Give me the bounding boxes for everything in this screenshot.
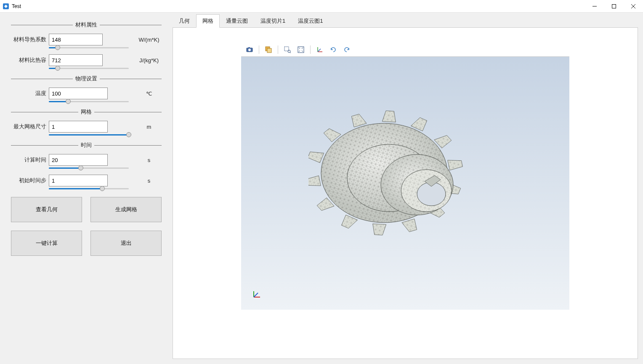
- slider-temperature[interactable]: [49, 101, 129, 102]
- group-title-material: 材料属性: [73, 21, 100, 29]
- unit-max-mesh-size: m: [136, 124, 162, 130]
- compute-button[interactable]: 一键计算: [11, 231, 82, 256]
- svg-rect-10: [284, 47, 289, 51]
- tab-mesh[interactable]: 网格: [196, 14, 220, 28]
- group-title-time: 时间: [78, 141, 94, 149]
- unit-temperature: ℃: [136, 90, 162, 97]
- view-geometry-button[interactable]: 查看几何: [11, 197, 82, 222]
- svg-point-6: [248, 48, 251, 51]
- slider-initial-step[interactable]: [49, 188, 129, 189]
- label-temperature: 温度: [11, 90, 49, 97]
- group-time: 时间 计算时间 s 初始时间步 s: [5, 141, 167, 189]
- svg-rect-9: [267, 48, 271, 53]
- tab-geometry[interactable]: 几何: [173, 14, 196, 28]
- unit-specific-heat: J/(kg*K): [136, 57, 162, 64]
- group-title-mesh: 网格: [78, 108, 94, 116]
- zoom-box-icon[interactable]: [282, 44, 293, 55]
- settings-sidebar: 材料属性 材料导热系数 W/(m*K) 材料比热容 J/(kg*K) 物理设置 …: [0, 13, 173, 364]
- viewport-toolbar: [241, 43, 569, 57]
- main-pane: 几何 网格 通量云图 温度切片1 温度云图1: [173, 13, 643, 364]
- axes-icon[interactable]: [314, 44, 326, 55]
- unit-thermal-conductivity: W/(m*K): [136, 37, 162, 43]
- label-specific-heat: 材料比热容: [11, 56, 49, 64]
- svg-line-16: [318, 49, 321, 52]
- input-thermal-conductivity[interactable]: [49, 34, 103, 45]
- camera-icon[interactable]: [244, 44, 255, 55]
- unit-compute-time: s: [136, 157, 162, 163]
- svg-line-12: [290, 52, 291, 53]
- close-button[interactable]: [624, 0, 643, 13]
- input-compute-time[interactable]: [49, 154, 108, 166]
- input-max-mesh-size[interactable]: [49, 121, 108, 133]
- group-physics: 物理设置 温度 ℃: [5, 75, 167, 102]
- tab-flux[interactable]: 通量云图: [220, 14, 254, 28]
- input-specific-heat[interactable]: [49, 54, 103, 66]
- exit-button[interactable]: 退出: [90, 231, 162, 256]
- svg-rect-2: [612, 4, 616, 8]
- fit-view-icon[interactable]: [295, 44, 307, 55]
- viewport-3d[interactable]: [241, 43, 569, 310]
- slider-compute-time[interactable]: [49, 167, 129, 169]
- minimize-button[interactable]: [585, 0, 604, 13]
- rotate-cw-icon[interactable]: [341, 44, 353, 55]
- window-controls: [585, 0, 643, 13]
- label-max-mesh-size: 最大网格尺寸: [11, 123, 49, 130]
- slider-specific-heat[interactable]: [49, 68, 129, 69]
- axis-gizmo-icon: [251, 290, 261, 300]
- window-title: Test: [12, 3, 21, 9]
- view-tabs: 几何 网格 通量云图 温度切片1 温度云图1: [173, 16, 638, 28]
- generate-mesh-button[interactable]: 生成网格: [90, 197, 162, 222]
- label-initial-step: 初始时间步: [11, 177, 49, 184]
- slider-max-mesh-size[interactable]: [49, 134, 129, 136]
- input-temperature[interactable]: [49, 88, 108, 99]
- app-icon: [3, 3, 9, 10]
- slider-thermal-conductivity[interactable]: [49, 47, 129, 48]
- svg-line-27: [254, 293, 258, 297]
- tab-temp-slice[interactable]: 温度切片1: [254, 14, 292, 28]
- group-material: 材料属性 材料导热系数 W/(m*K) 材料比热容 J/(kg*K): [5, 21, 167, 69]
- group-title-physics: 物理设置: [73, 75, 100, 82]
- layers-icon[interactable]: [263, 44, 274, 55]
- input-initial-step[interactable]: [49, 175, 108, 186]
- group-mesh: 网格 最大网格尺寸 m: [5, 108, 167, 136]
- rotate-ccw-icon[interactable]: [327, 44, 339, 55]
- label-compute-time: 计算时间: [11, 156, 49, 164]
- action-buttons: 查看几何 生成网格 一键计算 退出: [5, 195, 167, 258]
- view-frame: [173, 28, 638, 359]
- tab-temp-cloud[interactable]: 温度云图1: [292, 14, 329, 28]
- maximize-button[interactable]: [604, 0, 624, 13]
- title-bar: Test: [0, 0, 643, 13]
- svg-rect-7: [248, 47, 250, 48]
- unit-initial-step: s: [136, 178, 162, 184]
- mesh-model-gear: [308, 85, 485, 257]
- label-thermal-conductivity: 材料导热系数: [11, 36, 49, 43]
